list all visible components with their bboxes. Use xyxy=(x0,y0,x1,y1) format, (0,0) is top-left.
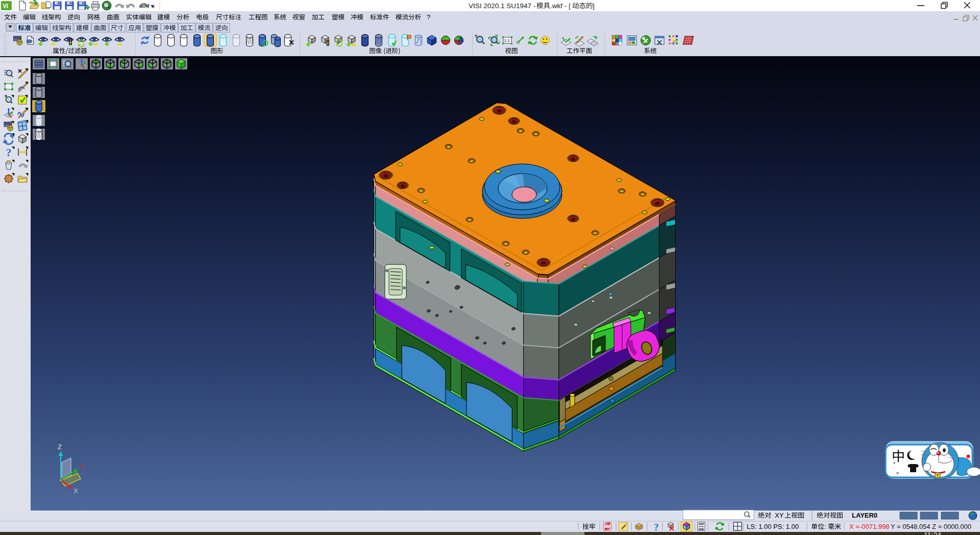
svg-text:X: X xyxy=(74,487,78,495)
svg-text:]: ] xyxy=(593,2,595,10)
svg-text:Y = 0548.054 Z = 0000.000: Y = 0548.054 Z = 0000.000 xyxy=(891,523,971,530)
svg-text:Z: Z xyxy=(58,443,62,451)
svg-text::: : xyxy=(824,523,826,530)
svg-text:XY: XY xyxy=(775,512,784,519)
svg-text:LAYER0: LAYER0 xyxy=(852,512,877,519)
svg-text:?: ? xyxy=(427,13,430,21)
svg-text:X =-0071.998: X =-0071.998 xyxy=(849,523,889,530)
svg-text:1:1: 1:1 xyxy=(504,38,510,43)
svg-text:.wkf - [: .wkf - [ xyxy=(550,2,571,10)
svg-text:LS: 1.00 PS: 1.00: LS: 1.00 PS: 1.00 xyxy=(747,523,799,530)
svg-text:Y: Y xyxy=(80,463,84,471)
svg-text:Vi: Vi xyxy=(3,3,8,10)
svg-text:11:24: 11:24 xyxy=(924,531,941,535)
svg-text:VISI 2020.1 SU1947 -: VISI 2020.1 SU1947 - xyxy=(469,2,535,10)
svg-text:?: ? xyxy=(6,146,12,159)
svg-text:±: ± xyxy=(475,33,477,38)
svg-text:?: ? xyxy=(654,522,659,532)
